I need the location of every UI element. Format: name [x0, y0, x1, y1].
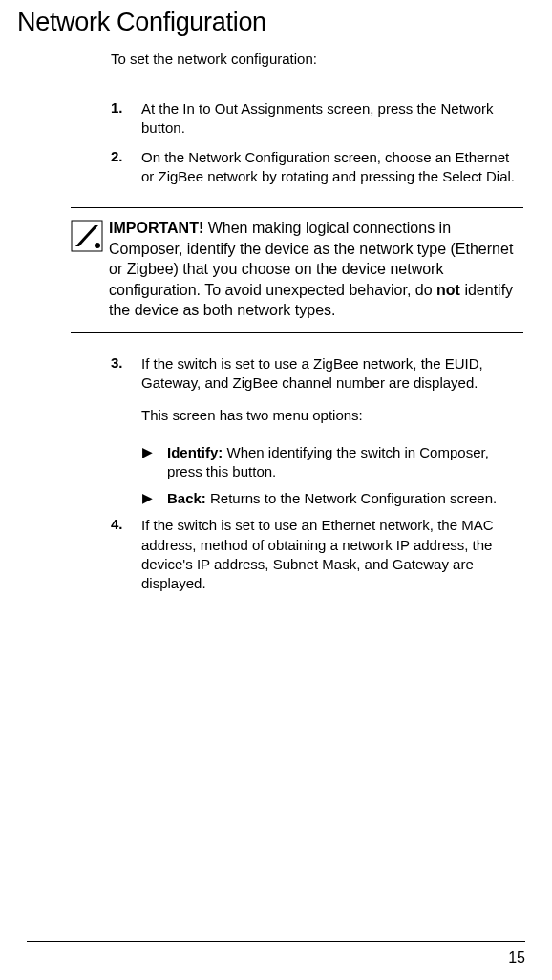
important-callout: IMPORTANT! When making logical connectio… — [71, 207, 523, 333]
section-heading: Network Configuration — [17, 8, 523, 37]
step-body: If the switch is set to use an Ethernet … — [141, 516, 523, 593]
step-body: On the Network Configuration screen, cho… — [141, 148, 523, 187]
bullet-back: ▶ Back: Returns to the Network Configura… — [142, 489, 523, 508]
triangle-bullet-icon: ▶ — [142, 489, 167, 508]
step-number: 1. — [111, 99, 141, 138]
exclamation-icon — [71, 218, 109, 321]
svg-point-2 — [95, 243, 100, 248]
step-number: 3. — [111, 354, 141, 434]
triangle-bullet-icon: ▶ — [142, 443, 167, 482]
step-body: At the In to Out Assignments screen, pre… — [141, 99, 523, 138]
step-4: 4. If the switch is set to use an Ethern… — [111, 516, 523, 593]
bullet-body: Identify: When identifying the switch in… — [167, 443, 523, 482]
important-label: IMPORTANT! — [109, 220, 203, 236]
page-number: 15 — [508, 949, 525, 967]
important-text: IMPORTANT! When making logical connectio… — [109, 218, 523, 321]
important-not: not — [436, 282, 460, 298]
bullet-label: Back: — [167, 490, 206, 506]
step-2: 2. On the Network Configuration screen, … — [111, 148, 523, 187]
step-subtext: This screen has two menu options: — [141, 406, 523, 425]
bullet-identify: ▶ Identify: When identifying the switch … — [142, 443, 523, 482]
step-body-main: If the switch is set to use a ZigBee net… — [141, 354, 523, 394]
step-number: 2. — [111, 148, 141, 187]
step-number: 4. — [111, 516, 141, 593]
bullet-rest: Returns to the Network Configuration scr… — [206, 490, 497, 506]
step-3: 3. If the switch is set to use a ZigBee … — [111, 354, 523, 434]
bullet-label: Identify: — [167, 444, 223, 460]
intro-text: To set the network configuration: — [111, 51, 523, 67]
step-1: 1. At the In to Out Assignments screen, … — [111, 99, 523, 138]
bullet-body: Back: Returns to the Network Configurati… — [167, 489, 523, 508]
footer-divider — [27, 941, 525, 942]
step-body: If the switch is set to use a ZigBee net… — [141, 354, 523, 434]
